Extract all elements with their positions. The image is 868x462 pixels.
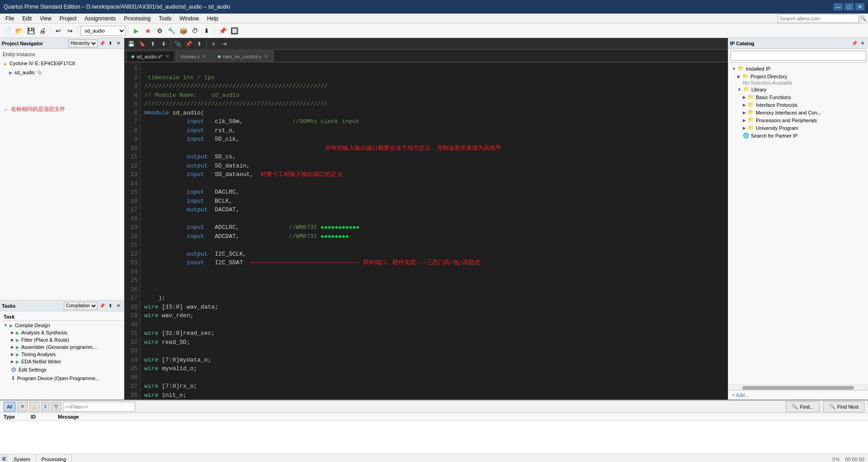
tab-ram-rw[interactable]: ◆ ram_rw_control.v ✕	[212, 51, 273, 62]
tb-new[interactable]: 📄	[2, 25, 13, 36]
task-as-expand-icon[interactable]: ▶	[11, 330, 14, 335]
ip-search-input[interactable]	[730, 51, 866, 61]
find-button[interactable]: 🔍 Find...	[786, 401, 820, 412]
ip-installed-expand[interactable]: ▼	[732, 67, 736, 71]
task-asm-play-icon[interactable]: ▶	[16, 345, 19, 350]
ip-mem-expand[interactable]: ▶	[743, 110, 746, 115]
ed-align[interactable]: ≡	[208, 39, 218, 49]
messages-filter-input[interactable]	[63, 402, 135, 412]
ed-expand[interactable]: ⬆	[194, 39, 204, 49]
ip-university[interactable]: ▶ 📁 University Program	[741, 124, 866, 132]
ed-attach[interactable]: 📎	[173, 39, 183, 49]
ed-prev-bookmark[interactable]: ⬆	[148, 39, 158, 49]
ip-iface-expand[interactable]: ▶	[743, 103, 746, 107]
tab-close-1[interactable]: ✕	[165, 54, 170, 59]
tasks-view-select[interactable]: Compilation	[64, 302, 98, 310]
tb-open[interactable]: 📂	[14, 25, 24, 36]
ip-scrollbar[interactable]	[728, 385, 868, 390]
tb-chipplan[interactable]: 🔲	[229, 25, 240, 36]
status-tab-processing[interactable]: Processing	[36, 454, 72, 462]
task-eda-play-icon[interactable]: ▶	[16, 359, 19, 364]
tab-close-3[interactable]: ✕	[263, 54, 269, 59]
task-eda-expand-icon[interactable]: ▶	[11, 359, 14, 364]
tb-compile[interactable]: ▶	[131, 25, 142, 36]
tb-fit[interactable]: 🔧	[166, 25, 177, 36]
task-assembler[interactable]: ▶ ▶ Assembler (Generate programm...	[9, 343, 122, 351]
ip-pin-btn[interactable]: 📌	[851, 40, 858, 47]
nav-close-btn[interactable]: ✕	[115, 40, 122, 47]
task-timing[interactable]: ▶ ▶ Timing Analysis	[9, 351, 122, 358]
menu-view[interactable]: View	[36, 14, 55, 23]
ip-installed[interactable]: ▼ 📁 Installed IP	[730, 65, 866, 72]
tb-program[interactable]: ⬇	[201, 25, 212, 36]
tb-pinplan[interactable]: 📌	[217, 25, 228, 36]
task-fitter[interactable]: ▶ ▶ Fitter (Place & Route)	[9, 336, 122, 343]
tab-sd-audio[interactable]: ◆ sd_audio.v* ✕	[126, 51, 175, 62]
maximize-button[interactable]: □	[844, 3, 854, 10]
close-button[interactable]: ✕	[855, 3, 864, 10]
project-dropdown[interactable]: sd_audio	[80, 26, 126, 36]
task-as-play-icon[interactable]: ▶	[16, 330, 19, 335]
menu-processing[interactable]: Processing	[120, 14, 154, 23]
ed-save[interactable]: 💾	[126, 39, 136, 49]
ip-lib-expand[interactable]: ▼	[737, 87, 741, 92]
menu-tools[interactable]: Tools	[155, 14, 175, 23]
menu-project[interactable]: Project	[56, 14, 80, 23]
messages-list[interactable]	[0, 421, 868, 454]
tasks-float-btn[interactable]: ⬆	[107, 302, 114, 310]
menu-edit[interactable]: Edit	[19, 14, 35, 23]
messages-tab-icon[interactable]: M	[0, 454, 8, 462]
tasks-close-btn[interactable]: ✕	[115, 302, 122, 310]
ip-close-btn[interactable]: ✕	[859, 40, 866, 47]
tb-print[interactable]: 🖨	[37, 25, 48, 36]
global-search-input[interactable]	[778, 14, 859, 23]
ip-projdir-expand[interactable]: ▶	[737, 74, 741, 79]
task-compile-design[interactable]: ▼ ▶ Compile Design	[2, 322, 122, 329]
tb-stop[interactable]: ■	[142, 25, 153, 36]
nav-float-btn[interactable]: ⬆	[107, 40, 114, 47]
task-timing-expand-icon[interactable]: ▶	[11, 352, 14, 357]
ip-library[interactable]: ▼ 📁 Library	[736, 86, 866, 93]
task-timing-play-icon[interactable]: ▶	[16, 352, 19, 357]
project-item[interactable]: ▶ sd_audio 📎	[7, 69, 122, 76]
menu-assignments[interactable]: Assignments	[81, 14, 119, 23]
tb-redo[interactable]: ↪	[65, 25, 75, 36]
ip-add-button[interactable]: + Add...	[732, 392, 749, 398]
ip-proc-expand[interactable]: ▶	[743, 118, 746, 123]
tab-mywav[interactable]: mywav.v ✕	[176, 51, 212, 62]
ip-processors[interactable]: ▶ 📁 Processors and Peripherals	[741, 116, 866, 124]
ip-basic[interactable]: ▶ 📁 Basic Functions	[741, 93, 866, 101]
task-edit-settings[interactable]: ⚙ Edit Settings	[2, 365, 122, 374]
ed-bookmark[interactable]: 🔖	[137, 39, 147, 49]
tab-close-2[interactable]: ✕	[201, 54, 207, 59]
filter-warning-btn[interactable]: △	[29, 402, 39, 412]
ip-basic-expand[interactable]: ▶	[743, 95, 746, 100]
task-play-icon[interactable]: ▶	[9, 323, 13, 328]
task-analysis-synthesis[interactable]: ▶ ▶ Analysis & Synthesis	[9, 329, 122, 336]
menu-help[interactable]: Help	[203, 14, 222, 23]
find-next-button[interactable]: 🔍 Find Next	[823, 401, 864, 412]
filter-info-btn[interactable]: ℹ	[41, 402, 49, 412]
task-asm-expand-icon[interactable]: ▶	[11, 345, 14, 349]
task-program-device[interactable]: ⬇ Program Device (Open Programme...	[2, 374, 122, 382]
code-content[interactable]: `timescale 1ns / 1ps ///////////////////…	[141, 62, 728, 400]
ip-partner[interactable]: 🌐 Search for Partner IP	[741, 132, 866, 139]
ip-memory[interactable]: ▶ 📁 Memory Interfaces and Con...	[741, 109, 866, 116]
filter-error-btn[interactable]: ✕	[17, 402, 28, 412]
menu-file[interactable]: File	[2, 14, 18, 23]
tb-assemble[interactable]: 📦	[178, 25, 189, 36]
code-editor[interactable]: 1234567891011121314151617181920212223242…	[124, 62, 728, 400]
tasks-pin-btn[interactable]: 📌	[99, 302, 106, 310]
ip-interface[interactable]: ▶ 📁 Interface Protocols	[741, 101, 866, 109]
global-search-icon[interactable]: 🔍	[860, 15, 866, 21]
ed-indent[interactable]: ⇥	[219, 39, 229, 49]
ed-next-bookmark[interactable]: ⬇	[159, 39, 169, 49]
ip-univ-expand[interactable]: ▶	[743, 126, 746, 130]
minimize-button[interactable]: —	[834, 3, 843, 10]
menu-window[interactable]: Window	[176, 14, 203, 23]
task-eda[interactable]: ▶ ▶ EDA Netlist Writer	[9, 358, 122, 365]
tb-analyze[interactable]: ⚙	[154, 25, 165, 36]
tb-save[interactable]: 💾	[25, 25, 36, 36]
nav-pin-btn[interactable]: 📌	[99, 40, 106, 47]
tb-undo[interactable]: ↩	[53, 25, 64, 36]
